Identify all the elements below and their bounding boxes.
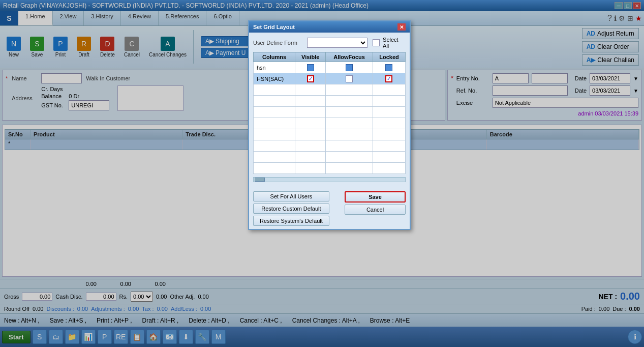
cell-col-name-hsn: hsn <box>254 62 295 73</box>
col-header-visible: Visible <box>295 52 326 62</box>
table-row <box>254 152 406 163</box>
modal-overlay: Set Grid Layout ✕ User Define Form Selec… <box>0 0 644 347</box>
modal-close-button[interactable]: ✕ <box>397 23 406 31</box>
select-all-icon <box>373 39 380 46</box>
restore-system-default-button[interactable]: Restore System's Default <box>253 216 329 226</box>
cell-visible-hsn[interactable] <box>295 62 326 73</box>
user-define-form-select[interactable] <box>307 38 367 48</box>
visible-checkbox-hsn[interactable] <box>307 64 314 71</box>
cell-col-name-hsnsac: HSN(SAC) <box>254 73 295 84</box>
table-row <box>254 129 406 140</box>
col-header-allowfocus: AllowFocus <box>326 52 373 62</box>
modal-footer-left: Set For All Users Restore Custom Default… <box>253 191 329 226</box>
cell-locked-hsnsac[interactable]: ✓ <box>373 73 405 84</box>
col-header-columns: Columns <box>254 52 295 62</box>
visible-checkbox-hsnsac[interactable]: ✓ <box>307 75 314 82</box>
modal-cancel-button[interactable]: Cancel <box>345 205 406 215</box>
columns-table: Columns Visible AllowFocus Locked hsn <box>253 52 406 174</box>
cell-visible-hsnsac[interactable]: ✓ <box>295 73 326 84</box>
locked-checkbox-hsnsac[interactable]: ✓ <box>385 75 392 82</box>
table-row[interactable]: hsn <box>254 62 406 73</box>
cell-allowfocus-hsn[interactable] <box>326 62 373 73</box>
user-define-form-row: User Define Form Select All <box>253 37 406 49</box>
modal-title-bar: Set Grid Layout ✕ <box>249 21 410 33</box>
modal-footer-right: Save Cancel <box>345 191 406 226</box>
table-row[interactable]: HSN(SAC) ✓ <box>254 73 406 84</box>
col-header-locked: Locked <box>373 52 405 62</box>
restore-custom-default-button[interactable]: Restore Custom Default <box>253 204 329 214</box>
modal-title-text: Set Grid Layout <box>253 24 295 30</box>
modal-save-button[interactable]: Save <box>345 191 406 203</box>
table-row <box>254 96 406 107</box>
set-for-all-users-button[interactable]: Set For All Users <box>253 191 329 201</box>
user-define-form-label: User Define Form <box>253 40 304 46</box>
cell-locked-hsn[interactable] <box>373 62 405 73</box>
set-grid-layout-modal: Set Grid Layout ✕ User Define Form Selec… <box>248 20 411 230</box>
allowfocus-checkbox-hsnsac[interactable] <box>346 75 353 82</box>
scrollbar-thumb[interactable] <box>255 178 265 182</box>
cell-allowfocus-hsnsac[interactable] <box>326 73 373 84</box>
modal-body: User Define Form Select All Columns Visi… <box>249 33 410 188</box>
table-row <box>254 107 406 118</box>
table-row <box>254 118 406 129</box>
table-row <box>254 140 406 152</box>
table-row <box>254 163 406 174</box>
select-all-label: Select All <box>383 37 406 49</box>
modal-scrollbar[interactable] <box>253 177 406 182</box>
modal-footer: Set For All Users Restore Custom Default… <box>249 188 410 229</box>
table-row <box>254 84 406 96</box>
locked-checkbox-hsn[interactable] <box>385 64 392 71</box>
allowfocus-checkbox-hsn[interactable] <box>346 64 353 71</box>
